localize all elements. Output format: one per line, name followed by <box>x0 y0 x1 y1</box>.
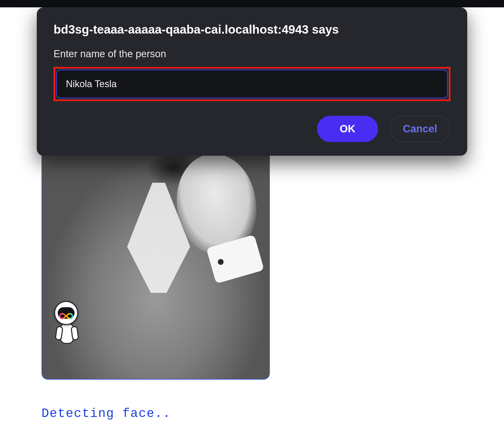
input-highlight-box <box>54 67 450 101</box>
robot-body-icon <box>60 323 74 344</box>
browser-top-bar <box>0 0 504 7</box>
robot-badge <box>52 301 83 348</box>
infinity-icon <box>59 312 74 320</box>
js-prompt-dialog: bd3sg-teaaa-aaaaa-qaaba-cai.localhost:49… <box>37 7 467 156</box>
robot-head-icon <box>54 301 78 325</box>
person-name-input[interactable] <box>56 70 448 98</box>
cancel-button[interactable]: Cancel <box>390 116 450 142</box>
status-text: Detecting face.. <box>41 406 171 421</box>
dialog-origin-line: bd3sg-teaaa-aaaaa-qaaba-cai.localhost:49… <box>54 22 450 37</box>
dialog-prompt-label: Enter name of the person <box>54 48 450 60</box>
ok-button[interactable]: OK <box>317 116 378 142</box>
dialog-actions: OK Cancel <box>54 116 450 142</box>
